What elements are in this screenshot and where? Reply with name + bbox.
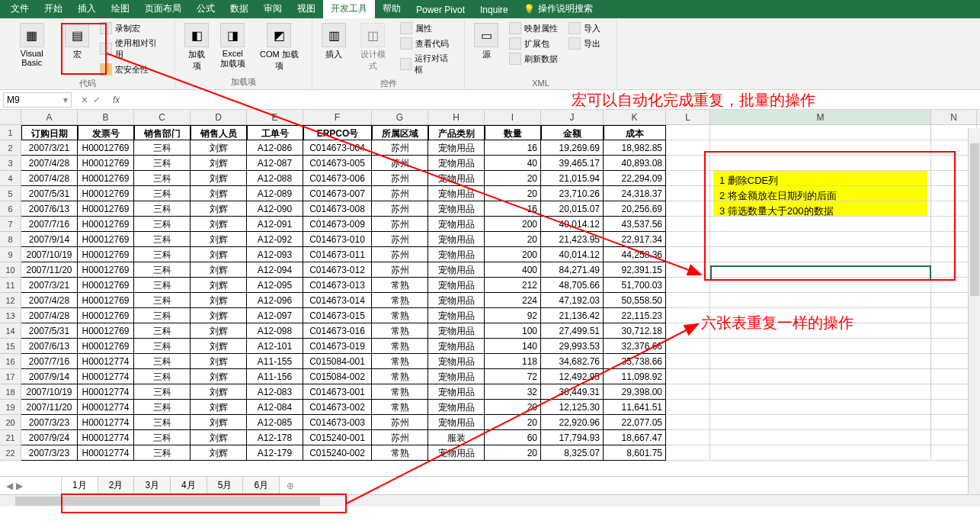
tab-insert[interactable]: 插入: [70, 0, 104, 18]
cell-L2[interactable]: [666, 140, 710, 156]
cell-B17[interactable]: H00012774: [78, 369, 134, 384]
cell-J14[interactable]: 27,499.51: [541, 323, 604, 339]
cell-C21[interactable]: 三科: [134, 430, 191, 445]
cell-H10[interactable]: 宠物用品: [428, 262, 485, 278]
cell-E4[interactable]: A12-088: [247, 171, 303, 186]
cell-L17[interactable]: [666, 369, 710, 384]
cell-M10[interactable]: [710, 262, 931, 278]
cell-M18[interactable]: [710, 384, 931, 400]
cell-G3[interactable]: 苏州: [372, 156, 428, 171]
cell-G6[interactable]: 苏州: [372, 201, 428, 217]
cell-J8[interactable]: 21,423.95: [541, 232, 604, 247]
cell-G18[interactable]: 常熟: [372, 384, 428, 400]
cell-D9[interactable]: 刘辉: [191, 247, 247, 262]
cell-A22[interactable]: 2007/3/23: [21, 445, 78, 461]
cell-C4[interactable]: 三科: [134, 171, 191, 186]
cell-L12[interactable]: [666, 293, 710, 308]
cancel-icon[interactable]: ✕: [81, 95, 88, 105]
cell-D20[interactable]: 刘辉: [191, 415, 247, 430]
cell-E5[interactable]: A12-089: [247, 186, 303, 201]
cell-J1[interactable]: 金额: [541, 125, 604, 140]
cell-K7[interactable]: 43,537.56: [604, 217, 666, 232]
cell-L9[interactable]: [666, 247, 710, 262]
cell-C6[interactable]: 三科: [134, 201, 191, 217]
cell-F8[interactable]: C014673-010: [303, 232, 372, 247]
tab-data[interactable]: 数据: [223, 0, 256, 18]
row-header-5[interactable]: 5: [0, 186, 21, 201]
cell-H21[interactable]: 服装: [428, 430, 485, 445]
row-header-6[interactable]: 6: [0, 201, 21, 217]
cell-D1[interactable]: 销售人员: [191, 125, 247, 140]
cell-J16[interactable]: 34,682.76: [541, 354, 604, 369]
cell-C7[interactable]: 三科: [134, 217, 191, 232]
cell-I19[interactable]: 20: [485, 400, 541, 415]
cell-G1[interactable]: 所属区域: [372, 125, 428, 140]
cell-E11[interactable]: A12-095: [247, 278, 303, 293]
cell-C18[interactable]: 三科: [134, 384, 191, 400]
cell-G5[interactable]: 苏州: [372, 186, 428, 201]
cell-K10[interactable]: 92,391.15: [604, 262, 666, 278]
sheet-nav-next-icon[interactable]: ▶: [16, 481, 23, 491]
cell-E21[interactable]: A12-178: [247, 430, 303, 445]
cell-D18[interactable]: 刘辉: [191, 384, 247, 400]
cell-I10[interactable]: 400: [485, 262, 541, 278]
cell-F9[interactable]: C014673-011: [303, 247, 372, 262]
cell-C12[interactable]: 三科: [134, 293, 191, 308]
cell-E3[interactable]: A12-087: [247, 156, 303, 171]
cell-E18[interactable]: A12-083: [247, 384, 303, 400]
cell-K17[interactable]: 11,098.92: [604, 369, 666, 384]
cell-D17[interactable]: 刘辉: [191, 369, 247, 384]
col-header-C[interactable]: C: [134, 110, 191, 124]
cell-B13[interactable]: H00012769: [78, 308, 134, 323]
cell-D11[interactable]: 刘辉: [191, 278, 247, 293]
cell-J3[interactable]: 39,465.17: [541, 156, 604, 171]
cell-F13[interactable]: C014673-015: [303, 308, 372, 323]
cell-H22[interactable]: 宠物用品: [428, 445, 485, 461]
cell-M6[interactable]: 3 筛选数量大于200的数据: [710, 201, 931, 217]
cell-I5[interactable]: 20: [485, 186, 541, 201]
cell-G12[interactable]: 常熟: [372, 293, 428, 308]
cell-B1[interactable]: 发票号: [78, 125, 134, 140]
row-header-14[interactable]: 14: [0, 323, 21, 339]
row-header-19[interactable]: 19: [0, 400, 21, 415]
fx-icon[interactable]: fx: [107, 95, 126, 105]
cell-I12[interactable]: 224: [485, 293, 541, 308]
import-button[interactable]: 导入: [565, 21, 604, 35]
cell-B14[interactable]: H00012769: [78, 323, 134, 339]
cell-H19[interactable]: 宠物用品: [428, 400, 485, 415]
row-header-10[interactable]: 10: [0, 262, 21, 278]
cell-A8[interactable]: 2007/9/14: [21, 232, 78, 247]
cell-K16[interactable]: 35,738.66: [604, 354, 666, 369]
row-header-21[interactable]: 21: [0, 430, 21, 445]
cell-H3[interactable]: 宠物用品: [428, 156, 485, 171]
cell-B11[interactable]: H00012769: [78, 278, 134, 293]
cell-I4[interactable]: 20: [485, 171, 541, 186]
cell-B2[interactable]: H00012769: [78, 140, 134, 156]
cell-E15[interactable]: A12-101: [247, 339, 303, 354]
cell-A11[interactable]: 2007/3/21: [21, 278, 78, 293]
cell-F11[interactable]: C014673-013: [303, 278, 372, 293]
cell-M21[interactable]: [710, 430, 931, 445]
cell-C3[interactable]: 三科: [134, 156, 191, 171]
cell-L21[interactable]: [666, 430, 710, 445]
sheet-tab-5月[interactable]: 5月: [207, 476, 244, 496]
row-header-9[interactable]: 9: [0, 247, 21, 262]
design-mode-button[interactable]: ◫设计模式: [354, 21, 392, 73]
cell-J7[interactable]: 40,014.12: [541, 217, 604, 232]
cell-J15[interactable]: 29,993.53: [541, 339, 604, 354]
cell-K3[interactable]: 40,893.08: [604, 156, 666, 171]
cell-A13[interactable]: 2007/4/28: [21, 308, 78, 323]
cell-I18[interactable]: 32: [485, 384, 541, 400]
cell-M7[interactable]: [710, 217, 931, 232]
cell-H1[interactable]: 产品类别: [428, 125, 485, 140]
cell-F5[interactable]: C014673-007: [303, 186, 372, 201]
cell-H16[interactable]: 宠物用品: [428, 354, 485, 369]
cell-K21[interactable]: 18,667.47: [604, 430, 666, 445]
cell-E9[interactable]: A12-093: [247, 247, 303, 262]
cell-C15[interactable]: 三科: [134, 339, 191, 354]
cell-K15[interactable]: 32,376.66: [604, 339, 666, 354]
cell-G22[interactable]: 常熟: [372, 445, 428, 461]
cell-E10[interactable]: A12-094: [247, 262, 303, 278]
cell-I21[interactable]: 60: [485, 430, 541, 445]
cell-D4[interactable]: 刘辉: [191, 171, 247, 186]
